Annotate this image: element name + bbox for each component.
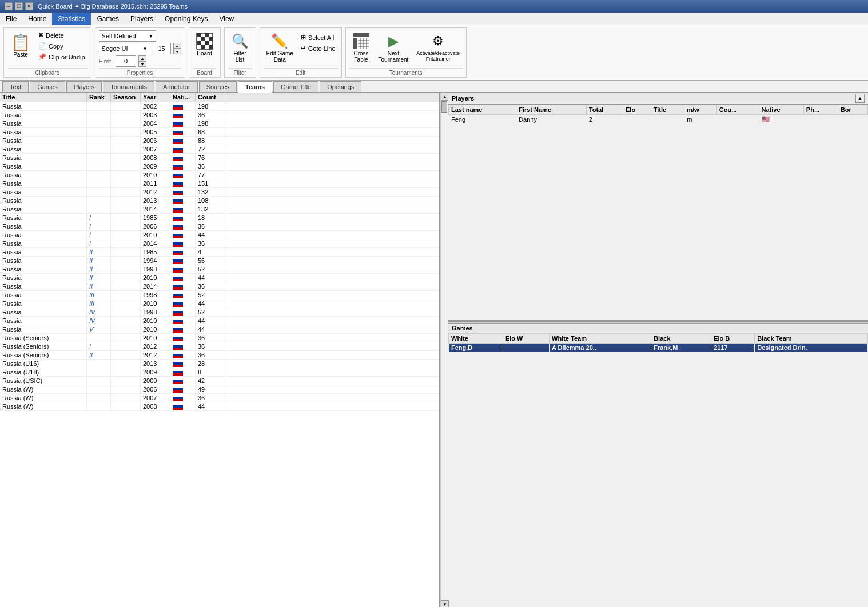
ph-bor[interactable]: Bor bbox=[838, 105, 867, 115]
filter-list-button[interactable]: 🔍 FilterList bbox=[228, 30, 252, 65]
scroll-thumb[interactable] bbox=[441, 101, 447, 113]
col-count[interactable]: Count bbox=[196, 93, 225, 102]
first-spin-up[interactable]: ▲ bbox=[138, 55, 146, 61]
tab-games[interactable]: Games bbox=[30, 81, 65, 92]
col-season[interactable]: Season bbox=[111, 93, 141, 102]
table-row[interactable]: Russia 2006 88 bbox=[0, 137, 439, 145]
ph-cou[interactable]: Cou... bbox=[716, 105, 759, 115]
table-row[interactable]: Russia (Seniors) I 2012 36 bbox=[0, 342, 439, 351]
ph-title[interactable]: Title bbox=[651, 105, 684, 115]
table-row[interactable]: Russia II 1998 52 bbox=[0, 265, 439, 274]
maximize-button[interactable]: ☐ bbox=[15, 2, 23, 10]
title-bar-controls[interactable]: ─ ☐ ✕ bbox=[5, 2, 33, 10]
gh-elow[interactable]: Elo W bbox=[503, 334, 549, 344]
table-row[interactable]: Russia (Seniors) 2010 36 bbox=[0, 334, 439, 342]
ph-elo[interactable]: Elo bbox=[623, 105, 651, 115]
first-value-input[interactable] bbox=[116, 55, 136, 67]
menu-opening-keys[interactable]: Opening Keys bbox=[159, 13, 213, 25]
table-row[interactable]: Russia 2014 132 bbox=[0, 205, 439, 214]
table-row[interactable]: Russia III 1998 52 bbox=[0, 291, 439, 299]
first-spinner[interactable]: ▲ ▼ bbox=[138, 55, 146, 67]
edit-game-data-button[interactable]: ✏️ Edit GameData bbox=[264, 30, 296, 65]
scroll-up-button[interactable]: ▲ bbox=[441, 93, 449, 101]
table-row[interactable]: Russia (USIC) 2000 42 bbox=[0, 377, 439, 385]
table-row[interactable]: Russia I 1985 18 bbox=[0, 214, 439, 222]
font-size-spinner[interactable]: ▲ ▼ bbox=[173, 43, 181, 54]
table-row[interactable]: Russia III 2010 44 bbox=[0, 299, 439, 308]
table-row[interactable]: Russia (U16) 2013 28 bbox=[0, 360, 439, 368]
paste-button[interactable]: 📋 Paste bbox=[7, 30, 34, 61]
player-row[interactable]: Feng Danny 2 m 🇺🇸 bbox=[449, 115, 868, 124]
table-row[interactable]: Russia IV 2010 44 bbox=[0, 317, 439, 325]
gh-blackteam[interactable]: Black Team bbox=[755, 334, 868, 344]
minimize-button[interactable]: ─ bbox=[5, 2, 13, 10]
col-title[interactable]: Title bbox=[0, 93, 87, 102]
teams-scrollbar[interactable]: ▲ ▼ bbox=[440, 93, 448, 607]
table-row[interactable]: Russia 2013 108 bbox=[0, 197, 439, 205]
tab-sources[interactable]: Sources bbox=[199, 81, 237, 92]
goto-line-button[interactable]: ↵ Goto Line bbox=[298, 43, 338, 53]
table-row[interactable]: Russia (W) 2007 36 bbox=[0, 394, 439, 402]
menu-games[interactable]: Games bbox=[91, 13, 125, 25]
gh-black[interactable]: Black bbox=[651, 334, 711, 344]
table-row[interactable]: Russia 2003 36 bbox=[0, 111, 439, 119]
table-row[interactable]: Russia 2012 132 bbox=[0, 188, 439, 197]
table-row[interactable]: Russia 2011 151 bbox=[0, 179, 439, 188]
spin-down-button[interactable]: ▼ bbox=[173, 49, 181, 54]
col-nati[interactable]: Nati... bbox=[170, 93, 196, 102]
table-row[interactable]: Russia 2008 76 bbox=[0, 154, 439, 162]
tab-teams[interactable]: Teams bbox=[238, 81, 272, 93]
board-button[interactable]: Board bbox=[193, 30, 217, 58]
tab-players[interactable]: Players bbox=[66, 81, 102, 92]
ph-lastname[interactable]: Last name bbox=[449, 105, 516, 115]
table-row[interactable]: Russia 2007 72 bbox=[0, 145, 439, 154]
gh-white[interactable]: White bbox=[449, 334, 503, 344]
font-dropdown[interactable]: Segoe UI ▼ bbox=[99, 43, 150, 54]
table-row[interactable]: Russia II 1985 4 bbox=[0, 248, 439, 257]
menu-statistics[interactable]: Statistics bbox=[52, 13, 91, 25]
table-row[interactable]: Russia I 2006 36 bbox=[0, 222, 439, 231]
table-row[interactable]: Russia I 2010 44 bbox=[0, 231, 439, 239]
table-row[interactable]: Russia (W) 2008 44 bbox=[0, 402, 439, 411]
tab-tournaments[interactable]: Tournaments bbox=[103, 81, 154, 92]
table-row[interactable]: Russia (U18) 2009 8 bbox=[0, 368, 439, 377]
tab-game-title[interactable]: Game Title bbox=[273, 81, 318, 92]
cross-table-button[interactable]: CrossTable bbox=[349, 30, 373, 65]
table-row[interactable]: Russia 2004 198 bbox=[0, 119, 439, 128]
table-row[interactable]: Russia 2009 36 bbox=[0, 162, 439, 171]
spin-up-button[interactable]: ▲ bbox=[173, 43, 181, 49]
players-scroll-button[interactable]: ▲ bbox=[855, 94, 865, 103]
ph-native[interactable]: Native bbox=[759, 105, 803, 115]
tab-text[interactable]: Text bbox=[2, 81, 29, 92]
font-size-input[interactable] bbox=[153, 43, 171, 54]
menu-file[interactable]: File bbox=[0, 13, 22, 25]
table-row[interactable]: Russia II 2010 44 bbox=[0, 274, 439, 282]
next-tournament-button[interactable]: ▶ NextTournament bbox=[376, 30, 412, 65]
ph-total[interactable]: Total bbox=[586, 105, 623, 115]
tab-openings[interactable]: Openings bbox=[320, 81, 361, 92]
table-row[interactable]: Russia (W) 2006 49 bbox=[0, 385, 439, 394]
table-row[interactable]: Russia I 2014 36 bbox=[0, 239, 439, 248]
select-all-button[interactable]: ⊞ Select All bbox=[298, 33, 338, 42]
table-row[interactable]: Russia II 2014 36 bbox=[0, 282, 439, 291]
table-row[interactable]: Russia IV 1998 52 bbox=[0, 308, 439, 317]
table-row[interactable]: Russia 2002 198 bbox=[0, 102, 439, 111]
table-row[interactable]: Russia 2005 68 bbox=[0, 128, 439, 137]
ph-ph[interactable]: Ph... bbox=[803, 105, 838, 115]
menu-view[interactable]: View bbox=[213, 13, 240, 25]
gh-whiteteam[interactable]: White Team bbox=[550, 334, 651, 344]
gh-elob[interactable]: Elo B bbox=[711, 334, 755, 344]
table-row[interactable]: Russia 2010 77 bbox=[0, 171, 439, 179]
first-spin-down[interactable]: ▼ bbox=[138, 61, 146, 67]
ph-firstname[interactable]: First Name bbox=[516, 105, 587, 115]
self-defined-dropdown[interactable]: Self Defined ▼ bbox=[99, 30, 156, 42]
table-row[interactable]: Russia V 2010 44 bbox=[0, 325, 439, 334]
table-row[interactable]: Russia II 1994 56 bbox=[0, 257, 439, 265]
col-rank[interactable]: Rank bbox=[87, 93, 111, 102]
activate-fritztrainer-button[interactable]: ⚙ Activate/deactivateFritztrainer bbox=[413, 30, 463, 63]
tab-annotator[interactable]: Annotator bbox=[156, 81, 198, 92]
menu-home[interactable]: Home bbox=[22, 13, 52, 25]
table-row[interactable]: Russia (Seniors) II 2012 36 bbox=[0, 351, 439, 360]
copy-button[interactable]: 📄 Copy bbox=[36, 41, 87, 51]
ph-mw[interactable]: m/w bbox=[684, 105, 717, 115]
